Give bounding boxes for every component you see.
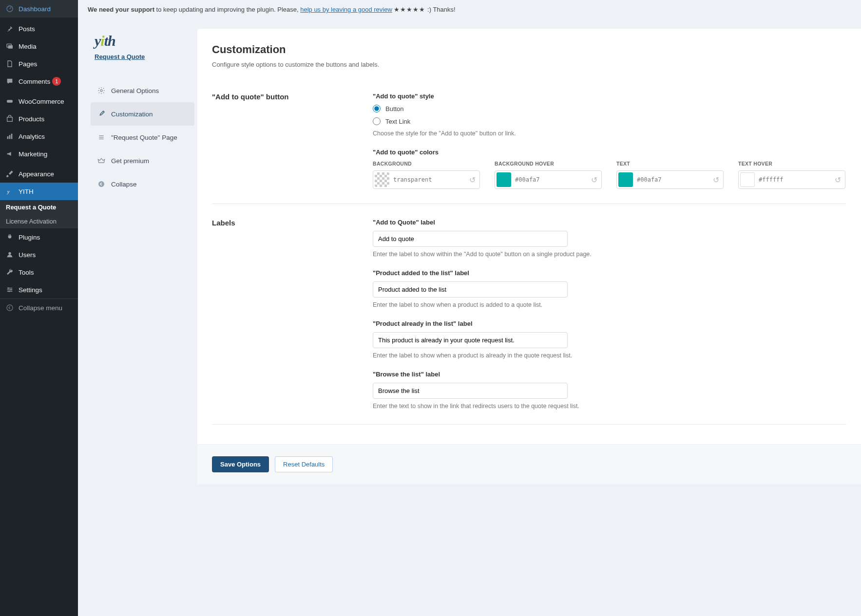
svg-point-17 xyxy=(100,90,102,92)
wp-admin-sidebar: Dashboard Posts Media Pages Comments1 Wo… xyxy=(0,0,78,616)
plugin-name-link[interactable]: Request a Quote xyxy=(95,53,191,60)
color-swatch xyxy=(740,172,755,187)
page-title: Customization xyxy=(212,43,846,56)
section-title-button: "Add to quote" button xyxy=(212,93,373,189)
media-icon xyxy=(5,41,15,51)
tab-collapse[interactable]: Collapse xyxy=(88,172,197,196)
sidebar-item-products[interactable]: Products xyxy=(0,110,78,128)
review-notice: We need your support to keep updating an… xyxy=(78,0,861,19)
sidebar-item-yith[interactable]: yYITH xyxy=(0,183,78,200)
field-label: "Add to Quote" label xyxy=(373,219,846,226)
field-help: Enter the label to show when a product i… xyxy=(373,301,846,308)
page-description: Configure style options to customize the… xyxy=(212,61,846,68)
field-help: Choose the style for the "Add to quote" … xyxy=(373,130,846,137)
sidebar-subitem-request-quote[interactable]: Request a Quote xyxy=(0,200,78,214)
sidebar-item-label: Pages xyxy=(19,60,37,68)
sidebar-item-tools[interactable]: Tools xyxy=(0,263,78,281)
color-caption: BACKGROUND xyxy=(373,161,480,167)
radio-button-style[interactable] xyxy=(373,105,381,112)
color-input-text[interactable]: #00afa7 ↺ xyxy=(616,170,724,189)
sidebar-item-marketing[interactable]: Marketing xyxy=(0,145,78,163)
tab-get-premium[interactable]: Get premium xyxy=(88,149,197,172)
settings-panel: Customization Configure style options to… xyxy=(197,29,861,484)
sidebar-item-appearance[interactable]: Appearance xyxy=(0,165,78,183)
reset-color-icon[interactable]: ↺ xyxy=(466,174,478,186)
review-link[interactable]: help us by leaving a good review xyxy=(300,6,392,13)
gear-icon xyxy=(96,86,106,95)
comment-count-badge: 1 xyxy=(52,77,61,86)
collapse-icon xyxy=(5,303,15,313)
crown-icon xyxy=(96,156,106,166)
input-product-already-label[interactable] xyxy=(373,332,568,348)
reset-color-icon[interactable]: ↺ xyxy=(710,174,722,186)
svg-point-16 xyxy=(7,305,13,311)
svg-point-13 xyxy=(8,287,9,289)
field-help: Enter the label to show within the "Add … xyxy=(373,251,846,258)
radio-textlink-style[interactable] xyxy=(373,117,381,125)
sidebar-item-label: Comments xyxy=(19,78,50,85)
svg-point-9 xyxy=(8,252,11,255)
sidebar-subitem-license-activation[interactable]: License Activation xyxy=(0,214,78,228)
svg-point-21 xyxy=(98,181,104,187)
color-swatch xyxy=(497,172,511,187)
sidebar-item-dashboard[interactable]: Dashboard xyxy=(0,0,78,18)
reset-color-icon[interactable]: ↺ xyxy=(832,174,843,186)
sidebar-item-comments[interactable]: Comments1 xyxy=(0,73,78,90)
yith-logo: yith xyxy=(95,33,115,49)
color-swatch xyxy=(375,172,389,187)
field-label: "Product already in the list" label xyxy=(373,320,846,327)
tab-general-options[interactable]: General Options xyxy=(88,79,197,102)
svg-rect-7 xyxy=(11,134,13,139)
input-add-to-quote-label[interactable] xyxy=(373,231,568,247)
list-icon xyxy=(96,132,106,142)
color-input-text-hover[interactable]: #ffffff ↺ xyxy=(738,170,845,189)
user-icon xyxy=(5,250,15,260)
sidebar-item-media[interactable]: Media xyxy=(0,37,78,55)
sidebar-item-pages[interactable]: Pages xyxy=(0,55,78,73)
analytics-icon xyxy=(5,131,15,141)
color-caption: BACKGROUND HOVER xyxy=(495,161,602,167)
input-product-added-label[interactable] xyxy=(373,281,568,298)
brush-icon xyxy=(96,109,106,119)
sidebar-item-settings[interactable]: Settings xyxy=(0,281,78,299)
save-button[interactable]: Save Options xyxy=(212,456,269,472)
megaphone-icon xyxy=(5,149,15,159)
svg-text:y: y xyxy=(7,189,10,194)
sidebar-item-label: Marketing xyxy=(19,150,47,158)
sidebar-item-analytics[interactable]: Analytics xyxy=(0,128,78,145)
color-input-background-hover[interactable]: #00afa7 ↺ xyxy=(495,170,602,189)
sidebar-item-label: Settings xyxy=(19,286,42,294)
sidebar-item-label: Analytics xyxy=(19,133,45,140)
color-input-background[interactable]: transparent ↺ xyxy=(373,170,480,189)
reset-defaults-button[interactable]: Reset Defaults xyxy=(275,456,333,472)
color-value: #ffffff xyxy=(759,176,832,183)
sidebar-item-label: Appearance xyxy=(19,170,54,178)
radio-label: Text Link xyxy=(385,118,410,125)
sidebar-item-label: Products xyxy=(19,115,44,123)
yith-subnav: yith Request a Quote General Options Cus… xyxy=(88,29,197,484)
tab-request-quote-page[interactable]: "Request Quote" Page xyxy=(88,126,197,149)
yith-icon: y xyxy=(5,187,15,196)
dashboard-icon xyxy=(5,4,15,14)
wrench-icon xyxy=(5,267,15,277)
comment-icon xyxy=(5,76,15,86)
stars-icon: ★★★★★ xyxy=(394,6,425,13)
settings-icon xyxy=(5,285,15,295)
sidebar-item-woocommerce[interactable]: WooCommerce xyxy=(0,93,78,110)
field-label-colors: "Add to quote" colors xyxy=(373,149,846,156)
sidebar-collapse[interactable]: Collapse menu xyxy=(0,299,78,317)
sidebar-item-plugins[interactable]: Plugins xyxy=(0,228,78,246)
radio-label: Button xyxy=(385,105,404,112)
brush-icon xyxy=(5,169,15,179)
sidebar-item-posts[interactable]: Posts xyxy=(0,20,78,37)
field-label: "Product added to the list" label xyxy=(373,269,846,277)
color-value: #00afa7 xyxy=(515,176,588,183)
sidebar-item-users[interactable]: Users xyxy=(0,246,78,263)
input-browse-list-label[interactable] xyxy=(373,383,568,399)
svg-rect-2 xyxy=(8,45,13,49)
page-icon xyxy=(5,59,15,69)
tab-customization[interactable]: Customization xyxy=(91,102,194,126)
sidebar-item-label: Collapse menu xyxy=(19,304,62,312)
reset-color-icon[interactable]: ↺ xyxy=(588,174,600,186)
sidebar-item-label: Posts xyxy=(19,25,35,33)
